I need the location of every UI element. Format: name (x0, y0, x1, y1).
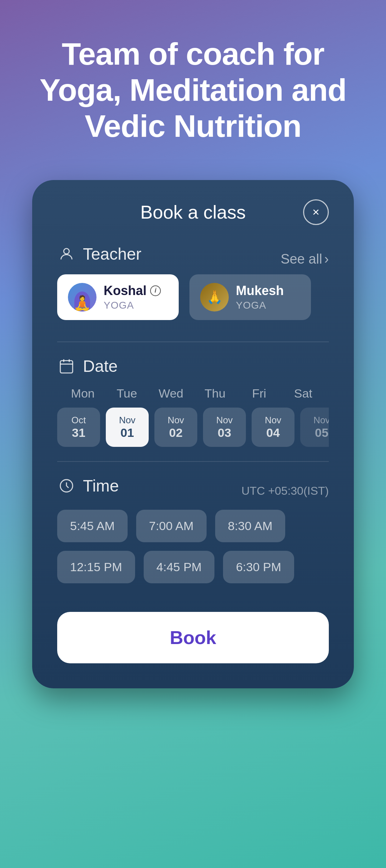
modal-header: Book a class × (57, 201, 329, 223)
time-545am[interactable]: 5:45 AM (57, 510, 128, 542)
teacher-card-mukesh[interactable]: 🙏 Mukesh YOGA (189, 274, 311, 320)
svg-point-0 (64, 248, 69, 254)
modal-title: Book a class (140, 201, 246, 223)
date-nov-05[interactable]: Nov 05 (300, 408, 329, 447)
booking-modal: Book a class × Teacher See all › Koshal (32, 180, 354, 688)
teacher-specialty-koshal: YOGA (104, 300, 161, 311)
day-fri: Fri (238, 386, 281, 400)
date-nov-04[interactable]: Nov 04 (252, 408, 295, 447)
day-sat: Sat (282, 386, 325, 400)
teacher-info-koshal: Koshal i YOGA (104, 283, 161, 311)
svg-rect-1 (60, 360, 73, 373)
teacher-section-header: Teacher See all › (57, 244, 329, 274)
time-grid: 5:45 AM 7:00 AM 8:30 AM 12:15 PM 4:45 PM… (57, 510, 329, 583)
divider-1 (57, 341, 329, 342)
time-700am[interactable]: 7:00 AM (136, 510, 207, 542)
timezone-label: UTC +05:30(IST) (241, 484, 329, 498)
date-nov-01[interactable]: Nov 01 (106, 408, 149, 447)
divider-2 (57, 461, 329, 462)
date-row: Oct 31 Nov 01 Nov 02 Nov 03 Nov 04 Nov 0… (57, 408, 329, 447)
time-445pm[interactable]: 4:45 PM (144, 551, 215, 583)
teacher-info-mukesh: Mukesh YOGA (236, 283, 284, 311)
date-nov-03[interactable]: Nov 03 (203, 408, 246, 447)
avatar-mukesh: 🙏 (200, 283, 229, 311)
day-tue: Tue (105, 386, 148, 400)
teacher-cards: Koshal i YOGA 🙏 Mukesh YOGA (57, 274, 329, 320)
info-icon-koshal[interactable]: i (150, 285, 161, 296)
time-1215pm[interactable]: 12:15 PM (57, 551, 135, 583)
time-830am[interactable]: 8:30 AM (215, 510, 286, 542)
time-section: Time UTC +05:30(IST) 5:45 AM 7:00 AM 8:3… (57, 476, 329, 583)
day-wed: Wed (149, 386, 192, 400)
date-nov-02[interactable]: Nov 02 (154, 408, 197, 447)
teacher-name-mukesh: Mukesh (236, 283, 284, 298)
teacher-specialty-mukesh: YOGA (236, 300, 284, 311)
teacher-card-koshal[interactable]: Koshal i YOGA (57, 274, 179, 320)
book-button[interactable]: Book (57, 612, 329, 663)
date-label: Date (57, 356, 329, 376)
date-section-title: Date (83, 356, 118, 376)
clock-icon (57, 477, 76, 495)
see-all-button[interactable]: See all › (281, 251, 329, 267)
hero-title: Team of coach for Yoga, Meditation and V… (29, 36, 357, 144)
teacher-label: Teacher (57, 244, 142, 264)
calendar-icon (57, 357, 76, 375)
time-section-header: Time UTC +05:30(IST) (57, 476, 329, 506)
teacher-name-koshal: Koshal (104, 283, 147, 298)
time-label: Time (57, 476, 119, 495)
calendar-header: Mon Tue Wed Thu Fri Sat (57, 386, 329, 400)
time-630pm[interactable]: 6:30 PM (223, 551, 294, 583)
day-mon: Mon (61, 386, 104, 400)
time-section-title: Time (83, 476, 119, 495)
day-thu: Thu (194, 386, 237, 400)
close-button[interactable]: × (303, 199, 329, 225)
date-section: Date Mon Tue Wed Thu Fri Sat Oct 31 Nov … (57, 356, 329, 447)
teacher-section-title: Teacher (83, 244, 142, 264)
date-oct-31[interactable]: Oct 31 (57, 408, 100, 447)
hero-section: Team of coach for Yoga, Meditation and V… (0, 0, 386, 173)
teacher-icon (57, 245, 76, 263)
avatar-koshal (68, 283, 96, 311)
